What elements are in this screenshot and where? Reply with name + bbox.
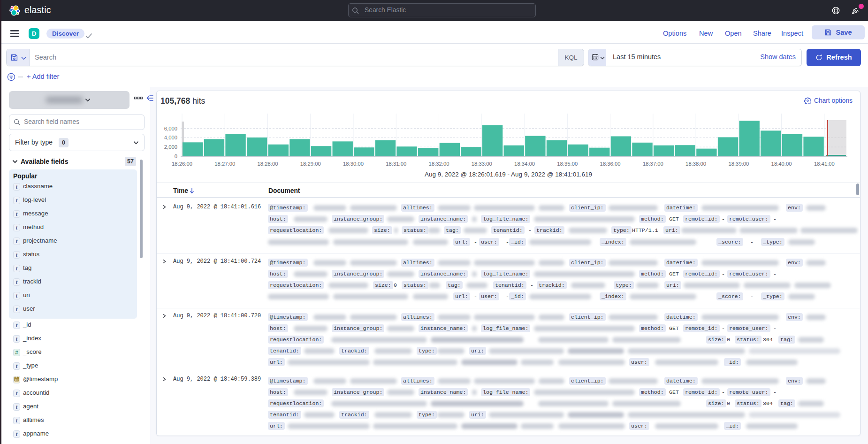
svg-text:18:36:00: 18:36:00 bbox=[600, 161, 621, 167]
svg-text:18:34:00: 18:34:00 bbox=[514, 161, 535, 167]
svg-text:18:26:00: 18:26:00 bbox=[172, 161, 192, 167]
svg-text:18:30:00: 18:30:00 bbox=[343, 161, 364, 167]
svg-text:18:27:00: 18:27:00 bbox=[214, 161, 235, 167]
svg-text:18:28:00: 18:28:00 bbox=[258, 161, 278, 167]
svg-text:18:31:00: 18:31:00 bbox=[386, 161, 406, 167]
svg-text:18:38:00: 18:38:00 bbox=[685, 161, 706, 167]
svg-text:18:35:00: 18:35:00 bbox=[557, 161, 578, 167]
svg-text:4,000: 4,000 bbox=[164, 135, 177, 140]
svg-text:18:41:00: 18:41:00 bbox=[814, 161, 835, 167]
svg-text:18:37:00: 18:37:00 bbox=[643, 161, 663, 167]
svg-text:18:33:00: 18:33:00 bbox=[472, 161, 492, 167]
svg-text:18:32:00: 18:32:00 bbox=[429, 161, 449, 167]
svg-text:0: 0 bbox=[175, 153, 177, 159]
svg-text:18:39:00: 18:39:00 bbox=[728, 161, 749, 167]
svg-text:6,000: 6,000 bbox=[164, 126, 177, 131]
svg-text:18:29:00: 18:29:00 bbox=[300, 161, 321, 167]
svg-text:18:40:00: 18:40:00 bbox=[771, 161, 792, 167]
svg-text:2,000: 2,000 bbox=[164, 144, 177, 150]
